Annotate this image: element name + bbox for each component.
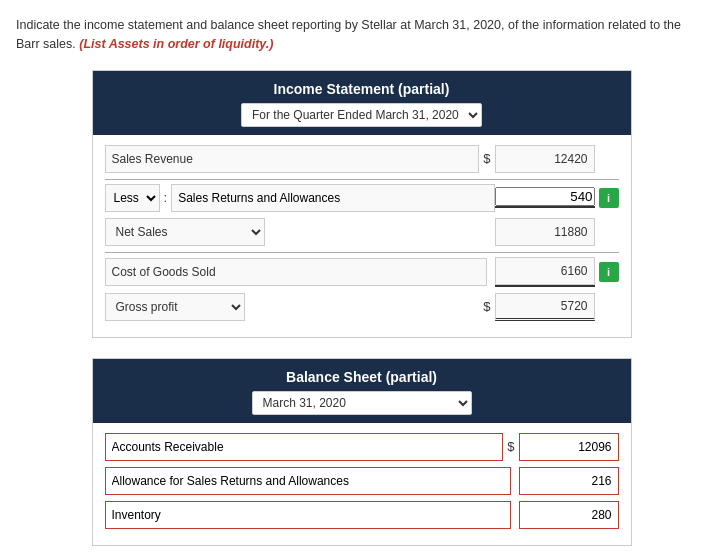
sales-revenue-value-container (495, 145, 595, 173)
divider-1 (105, 179, 619, 180)
inventory-label-container (105, 501, 511, 529)
instruction-bold: (List Assets in order of liquidity.) (79, 37, 273, 51)
allowance-value-input[interactable] (519, 467, 619, 495)
inventory-label-input[interactable] (105, 501, 511, 529)
income-statement-title: Income Statement (partial) (101, 81, 623, 97)
allowance-label-container (105, 467, 511, 495)
sales-returns-info-button[interactable]: i (599, 188, 619, 208)
cogs-label-input[interactable] (105, 258, 487, 286)
income-statement-section: Income Statement (partial) For the Quart… (92, 70, 632, 338)
instruction-text: Indicate the income statement and balanc… (16, 16, 707, 54)
sales-revenue-label-input[interactable] (105, 145, 480, 173)
allowance-value-container (519, 467, 619, 495)
allowance-label-input[interactable] (105, 467, 511, 495)
sales-returns-value-container (495, 187, 595, 208)
period-select[interactable]: For the Quarter Ended March 31, 2020 (241, 103, 482, 127)
cogs-row: i (105, 257, 619, 287)
balance-sheet-header: Balance Sheet (partial) March 31, 2020 (93, 359, 631, 423)
gross-profit-select-container: Gross profit (105, 293, 480, 321)
inventory-row (105, 501, 619, 529)
less-select[interactable]: Less (105, 184, 160, 212)
accounts-receivable-value-input[interactable] (519, 433, 619, 461)
less-row: Less : i (105, 184, 619, 212)
sales-revenue-row: $ (105, 145, 619, 173)
net-sales-row: Net Sales (105, 218, 619, 246)
divider-2 (105, 252, 619, 253)
inventory-value-container (519, 501, 619, 529)
gross-profit-select[interactable]: Gross profit (105, 293, 245, 321)
accounts-receivable-value-container (519, 433, 619, 461)
net-sales-select[interactable]: Net Sales (105, 218, 265, 246)
sales-returns-label-container (171, 184, 494, 212)
inventory-value-input[interactable] (519, 501, 619, 529)
accounts-receivable-dollar: $ (503, 439, 518, 454)
sales-returns-label-input[interactable] (171, 184, 494, 212)
colon: : (160, 190, 172, 205)
gross-profit-value-input[interactable] (495, 293, 595, 321)
cogs-info-button[interactable]: i (599, 262, 619, 282)
income-statement-form: $ Less : i Net Sales (93, 135, 631, 337)
cogs-value-container (495, 257, 595, 287)
gross-profit-value-container (495, 293, 595, 321)
gross-profit-row: Gross profit $ (105, 293, 619, 321)
balance-sheet-form: $ (93, 423, 631, 545)
income-statement-header: Income Statement (partial) For the Quart… (93, 71, 631, 135)
cogs-label-container (105, 258, 487, 286)
accounts-receivable-row: $ (105, 433, 619, 461)
balance-sheet-date-select[interactable]: March 31, 2020 (252, 391, 472, 415)
balance-sheet-section: Balance Sheet (partial) March 31, 2020 $ (92, 358, 632, 546)
sales-returns-value-input[interactable] (495, 187, 595, 206)
net-sales-value-input[interactable] (495, 218, 595, 246)
allowance-row (105, 467, 619, 495)
sales-revenue-value-input[interactable] (495, 145, 595, 173)
gross-profit-dollar: $ (479, 299, 494, 314)
accounts-receivable-label-container (105, 433, 504, 461)
net-sales-value-container (495, 218, 595, 246)
accounts-receivable-label-input[interactable] (105, 433, 504, 461)
net-sales-select-container: Net Sales (105, 218, 487, 246)
balance-sheet-title: Balance Sheet (partial) (101, 369, 623, 385)
cogs-value-input[interactable] (495, 257, 595, 285)
sales-revenue-dollar: $ (479, 151, 494, 166)
sales-revenue-label-container (105, 145, 480, 173)
